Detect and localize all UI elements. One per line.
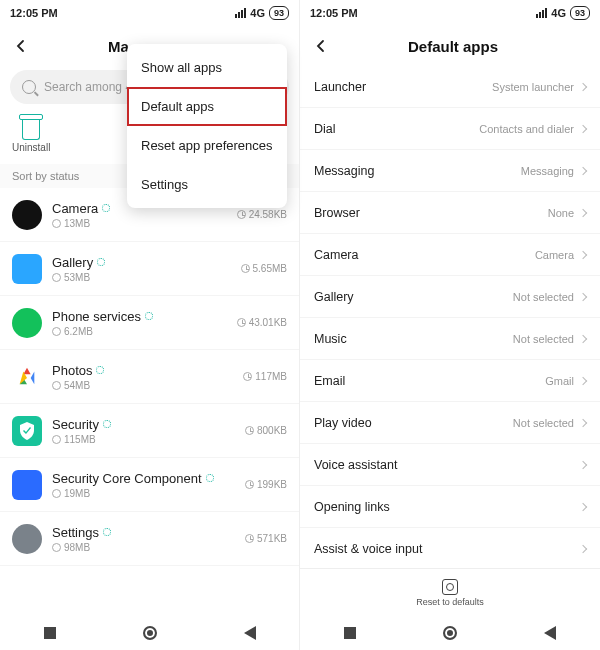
default-app-row[interactable]: LauncherSystem launcher — [300, 66, 600, 108]
default-app-label: Opening links — [314, 500, 580, 514]
gear-icon — [52, 543, 61, 552]
nav-recent[interactable] — [344, 627, 356, 639]
app-row[interactable]: Security Core Component 19MB199KB — [0, 458, 299, 512]
status-bar: 12:05 PM 4G 93 — [0, 0, 299, 26]
chevron-right-icon — [579, 544, 587, 552]
app-info: Settings 98MB — [52, 525, 235, 553]
default-app-label: Camera — [314, 248, 535, 262]
app-name: Settings — [52, 525, 235, 540]
default-app-row[interactable]: Voice assistant — [300, 444, 600, 486]
clock-icon — [245, 426, 254, 435]
gear-icon — [52, 435, 61, 444]
nav-back[interactable] — [244, 626, 256, 640]
menu-item[interactable]: Reset app preferences — [127, 126, 287, 165]
app-info: Photos 54MB — [52, 363, 233, 391]
nav-back[interactable] — [544, 626, 556, 640]
app-row[interactable]: Phone services 6.2MB43.01KB — [0, 296, 299, 350]
battery-icon: 93 — [269, 6, 289, 20]
search-icon — [22, 80, 36, 94]
gear-icon — [52, 381, 61, 390]
app-row[interactable]: Security 115MB800KB — [0, 404, 299, 458]
default-app-value: Not selected — [513, 291, 574, 303]
default-app-row[interactable]: MessagingMessaging — [300, 150, 600, 192]
default-app-label: Messaging — [314, 164, 521, 178]
default-app-label: Browser — [314, 206, 548, 220]
signal-icon — [536, 8, 547, 18]
loading-icon — [206, 474, 214, 482]
chevron-right-icon — [579, 208, 587, 216]
app-name: Security — [52, 417, 235, 432]
battery-icon: 93 — [570, 6, 590, 20]
app-icon — [12, 254, 42, 284]
default-app-label: Gallery — [314, 290, 513, 304]
app-row[interactable]: Photos 54MB117MB — [0, 350, 299, 404]
menu-item[interactable]: Settings — [127, 165, 287, 204]
default-app-row[interactable]: Opening links — [300, 486, 600, 528]
default-app-value: None — [548, 207, 574, 219]
reset-label: Reset to defaults — [416, 597, 484, 607]
clock-icon — [237, 210, 246, 219]
chevron-right-icon — [579, 418, 587, 426]
reset-to-defaults-button[interactable]: Reset to defaults — [300, 568, 600, 616]
app-icon — [12, 308, 42, 338]
default-app-row[interactable]: CameraCamera — [300, 234, 600, 276]
nav-home[interactable] — [443, 626, 457, 640]
app-row[interactable]: Gallery 53MB5.65MB — [0, 242, 299, 296]
app-size: 24.58KB — [237, 209, 287, 220]
app-list: Camera 13MB24.58KBGallery 53MB5.65MBPhon… — [0, 188, 299, 616]
menu-item[interactable]: Show all apps — [127, 48, 287, 87]
nav-bar — [0, 616, 299, 650]
app-memory: 19MB — [52, 488, 235, 499]
gear-icon — [52, 219, 61, 228]
app-size: 5.65MB — [241, 263, 287, 274]
chevron-right-icon — [579, 82, 587, 90]
default-app-label: Launcher — [314, 80, 492, 94]
loading-icon — [103, 528, 111, 536]
back-button[interactable] — [10, 35, 32, 57]
screen-default-apps: 12:05 PM 4G 93 Default apps LauncherSyst… — [300, 0, 600, 650]
default-app-row[interactable]: GalleryNot selected — [300, 276, 600, 318]
uninstall-button[interactable]: Uninstall — [12, 120, 50, 153]
loading-icon — [97, 258, 105, 266]
app-memory: 6.2MB — [52, 326, 227, 337]
default-app-label: Assist & voice input — [314, 542, 580, 556]
clock-icon — [241, 264, 250, 273]
app-memory: 54MB — [52, 380, 233, 391]
default-app-row[interactable]: MusicNot selected — [300, 318, 600, 360]
nav-home[interactable] — [143, 626, 157, 640]
default-app-value: Camera — [535, 249, 574, 261]
page-title: Default apps — [316, 38, 590, 55]
app-name: Phone services — [52, 309, 227, 324]
app-icon — [12, 470, 42, 500]
default-app-row[interactable]: BrowserNone — [300, 192, 600, 234]
default-app-value: Not selected — [513, 417, 574, 429]
app-icon — [12, 362, 42, 392]
default-app-row[interactable]: Assist & voice input — [300, 528, 600, 568]
gear-icon — [52, 327, 61, 336]
default-app-value: Not selected — [513, 333, 574, 345]
app-icon — [12, 416, 42, 446]
chevron-right-icon — [579, 334, 587, 342]
default-app-value: System launcher — [492, 81, 574, 93]
default-app-row[interactable]: EmailGmail — [300, 360, 600, 402]
app-size: 571KB — [245, 533, 287, 544]
default-app-value: Messaging — [521, 165, 574, 177]
default-app-row[interactable]: DialContacts and dialer — [300, 108, 600, 150]
loading-icon — [103, 420, 111, 428]
default-apps-list: LauncherSystem launcherDialContacts and … — [300, 66, 600, 568]
status-time: 12:05 PM — [310, 7, 358, 19]
menu-item[interactable]: Default apps — [127, 87, 287, 126]
loading-icon — [102, 204, 110, 212]
app-size: 800KB — [245, 425, 287, 436]
chevron-right-icon — [579, 124, 587, 132]
app-info: Phone services 6.2MB — [52, 309, 227, 337]
status-bar: 12:05 PM 4G 93 — [300, 0, 600, 26]
default-app-value: Contacts and dialer — [479, 123, 574, 135]
signal-icon — [235, 8, 246, 18]
default-app-row[interactable]: Play videoNot selected — [300, 402, 600, 444]
default-app-label: Music — [314, 332, 513, 346]
app-row[interactable]: Settings 98MB571KB — [0, 512, 299, 566]
loading-icon — [145, 312, 153, 320]
nav-recent[interactable] — [44, 627, 56, 639]
app-name: Gallery — [52, 255, 231, 270]
